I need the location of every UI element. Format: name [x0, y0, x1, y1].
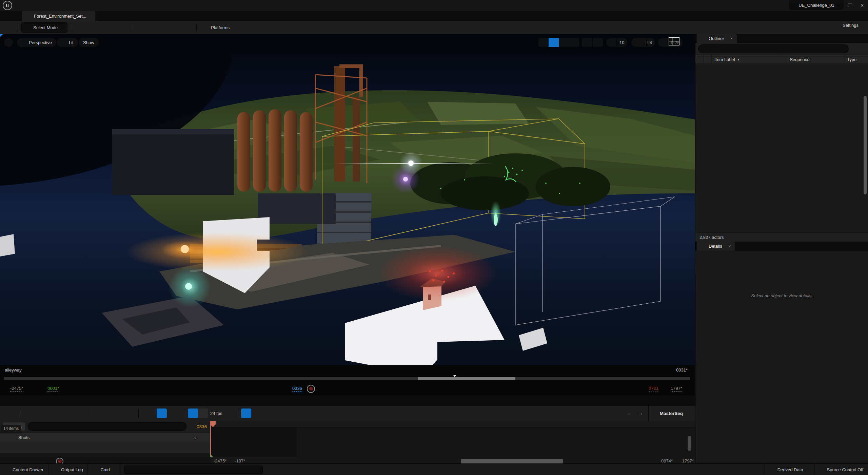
camera-speed-value[interactable]: 4 [646, 39, 655, 46]
save-sequence-button[interactable] [23, 408, 33, 418]
maximize-button[interactable] [844, 0, 856, 10]
nav-back-arrow[interactable]: ← [625, 410, 635, 417]
save-button[interactable] [3, 23, 14, 32]
sequencer-settings-dropdown[interactable] [90, 408, 105, 418]
select-mode-dropdown[interactable]: Select Mode [21, 22, 67, 33]
world-space-button[interactable] [582, 38, 592, 47]
actor-sequence-button[interactable] [74, 408, 84, 418]
tab-outliner[interactable]: Outliner × [697, 34, 737, 43]
simulate-options-dropdown[interactable] [120, 408, 136, 418]
perspective-dropdown[interactable]: Perspective [17, 38, 56, 47]
rotate-tool-button[interactable] [559, 38, 569, 47]
viewport[interactable]: Perspective Lit Show 10 10° 0.25 [0, 34, 695, 395]
column-sequence[interactable]: Sequence [787, 55, 844, 64]
derived-data-dropdown[interactable]: Derived Data [765, 464, 814, 475]
unreal-logo-icon[interactable]: U [3, 1, 12, 10]
render-options-button[interactable] [64, 408, 74, 418]
outliner-searchbox[interactable] [698, 44, 849, 53]
find-in-content-browser-button[interactable] [33, 408, 43, 418]
outliner-scrollbar[interactable] [864, 96, 867, 194]
range-start-value[interactable]: -2475* [10, 386, 23, 392]
shots-track-area[interactable] [0, 442, 210, 453]
cinematics-dropdown[interactable] [110, 23, 127, 32]
track-searchbox[interactable] [28, 422, 186, 431]
column-item-label[interactable]: Item Label ▲ [712, 55, 781, 64]
platforms-dropdown[interactable]: Platforms [200, 23, 238, 32]
shot-camera-icon[interactable] [201, 435, 206, 440]
scrub-track[interactable] [4, 377, 690, 380]
tab-details[interactable]: Details × [697, 242, 735, 251]
sequencer-timeline[interactable] [210, 421, 695, 457]
viewport-layout-button[interactable] [669, 37, 686, 45]
timeline-vertical-scrollbar[interactable] [688, 436, 691, 451]
show-dropdown[interactable]: Show [79, 38, 99, 47]
edit-mode-dropdown[interactable] [167, 408, 182, 418]
record-button[interactable] [307, 385, 315, 393]
multiuser-button[interactable] [238, 23, 250, 32]
viewport-scene[interactable] [0, 34, 695, 365]
camera-speed-control[interactable]: 4 [636, 38, 655, 47]
eject-button[interactable] [170, 23, 181, 32]
keyframe-all-dropdown[interactable] [141, 408, 157, 418]
add-folder-icon[interactable] [851, 46, 856, 52]
content-drawer-button[interactable]: Content Drawer [0, 464, 48, 475]
add-shot-icon[interactable]: + [193, 435, 198, 440]
column-pin[interactable] [704, 55, 712, 64]
capture-options-button[interactable] [273, 23, 284, 32]
open-sequence-icon[interactable] [651, 411, 657, 416]
close-button[interactable]: × [856, 0, 868, 10]
play-options-button[interactable] [181, 23, 193, 32]
viewport-options-button[interactable] [4, 38, 13, 47]
level-tab[interactable]: Forest_Environment_Set... [22, 11, 95, 21]
keyframe-options-dropdown[interactable] [105, 408, 120, 418]
play-button[interactable] [135, 22, 147, 33]
cmd-dropdown[interactable]: Cmd [88, 464, 121, 475]
grid-snap-value[interactable]: 10 [616, 39, 627, 46]
render-movie-button[interactable] [54, 408, 64, 418]
lit-dropdown[interactable]: Lit [57, 38, 78, 47]
close-tab-icon[interactable]: × [730, 36, 733, 41]
current-frame-value[interactable]: 0336 [292, 386, 302, 392]
nav-forward-arrow[interactable]: → [635, 410, 646, 417]
filter-icon[interactable] [189, 424, 194, 429]
column-sequence-dirty[interactable] [781, 55, 787, 64]
snap-options-button[interactable] [198, 408, 208, 418]
column-visibility[interactable] [695, 55, 704, 64]
curve-editor-button[interactable] [241, 408, 251, 418]
fps-dropdown[interactable]: 24 fps [208, 409, 235, 418]
close-tab-icon[interactable]: × [728, 244, 731, 249]
scrub-marker[interactable] [453, 375, 456, 377]
outliner-settings-icon[interactable] [861, 46, 866, 52]
auto-key-toggle[interactable] [157, 408, 167, 418]
sequencer-current-frame[interactable]: 0336 [197, 424, 207, 429]
surface-snap-button[interactable] [593, 38, 603, 47]
scale-tool-button[interactable] [569, 38, 579, 47]
out-frame-value[interactable]: 0721 [649, 386, 658, 392]
snap-toggle[interactable] [188, 408, 198, 418]
playhead-line[interactable] [210, 424, 211, 457]
output-log-button[interactable]: Output Log [48, 464, 88, 475]
outliner-search-input[interactable] [708, 46, 848, 52]
minimize-button[interactable]: – [832, 0, 844, 10]
grid-snap-control[interactable]: 10 [606, 38, 627, 47]
expand-chevron-icon[interactable] [3, 435, 8, 440]
capture-button[interactable] [261, 23, 273, 32]
select-tool-button[interactable] [538, 38, 549, 47]
stop-button[interactable] [158, 23, 170, 32]
source-control-button[interactable]: Source Control Off [814, 464, 868, 475]
add-actor-dropdown[interactable] [75, 23, 92, 32]
skip-button[interactable] [147, 23, 158, 32]
scrub-visible-range[interactable] [418, 377, 515, 380]
shots-track-row[interactable]: Shots + [0, 432, 210, 442]
in-frame-value[interactable]: 0001* [47, 386, 59, 392]
move-tool-button[interactable] [549, 38, 559, 47]
sequencer-world-dropdown[interactable] [2, 408, 17, 418]
track-search-input[interactable] [38, 424, 186, 430]
lock-icon[interactable] [686, 411, 690, 416]
sequence-breadcrumb[interactable]: MasterSeq [660, 411, 683, 416]
range-end-value[interactable]: 1797* [671, 386, 682, 392]
console-command-input[interactable] [124, 466, 263, 474]
create-camera-button[interactable] [43, 408, 54, 418]
timeline-horizontal-scrollbar[interactable] [461, 459, 563, 464]
timeline-ruler[interactable] [210, 421, 695, 428]
